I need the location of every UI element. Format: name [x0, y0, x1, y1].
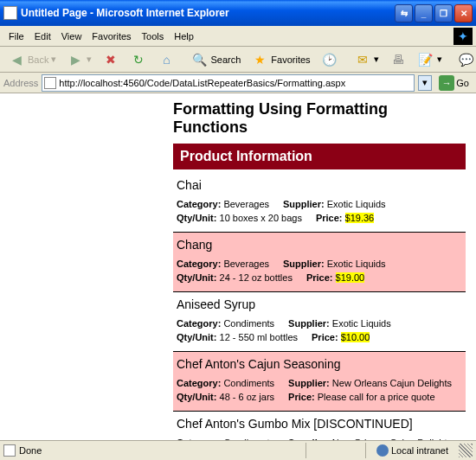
restore-button[interactable]: ❐ — [434, 4, 453, 22]
qtyunit-label: Qty/Unit: — [177, 392, 216, 402]
product-name: Chang — [177, 238, 462, 252]
security-zone: Local intranet — [370, 444, 455, 457]
product-item: Aniseed SyrupCategory: CondimentsSupplie… — [173, 292, 466, 352]
mail-button[interactable]: ✉▾ — [350, 48, 383, 71]
qtyunit-label: Qty/Unit: — [177, 332, 216, 342]
price-value: $19.00 — [336, 272, 365, 283]
section-header: Product Information — [173, 144, 466, 169]
minimize-button[interactable]: _ — [415, 4, 433, 22]
go-icon: → — [439, 75, 454, 91]
category-value: Condiments — [223, 318, 274, 329]
price-value: $19.36 — [345, 213, 375, 223]
window-title: Untitled Page - Microsoft Internet Explo… — [21, 7, 395, 19]
menu-help[interactable]: Help — [169, 29, 199, 43]
category-value: Beverages — [223, 199, 269, 209]
discuss-button[interactable]: 💬 — [453, 48, 476, 71]
supplier-value: New Orleans Cajun Delights — [332, 438, 452, 440]
back-button[interactable]: ◀Back▾ — [3, 48, 61, 71]
category-value: Beverages — [223, 259, 269, 269]
mail-icon: ✉ — [354, 51, 371, 68]
zone-label: Local intranet — [391, 445, 448, 456]
address-label: Address — [3, 78, 38, 88]
menu-view[interactable]: View — [56, 29, 87, 43]
stop-button[interactable]: ✖ — [98, 48, 124, 71]
sync-button[interactable]: ⇆ — [395, 4, 413, 22]
toolbar: ◀Back▾ ▶▾ ✖ ↻ ⌂ 🔍Search ★Favorites 🕑 ✉▾ … — [0, 47, 476, 73]
category-label: Category: — [177, 199, 221, 209]
category-label: Category: — [177, 259, 221, 269]
zone-icon — [376, 444, 389, 457]
supplier-label: Supplier: — [288, 438, 330, 440]
product-item: Chef Anton's Cajun SeasoningCategory: Co… — [173, 352, 466, 412]
refresh-button[interactable]: ↻ — [125, 48, 151, 71]
home-button[interactable]: ⌂ — [153, 48, 179, 71]
back-icon: ◀ — [8, 51, 25, 68]
supplier-label: Supplier: — [283, 259, 325, 269]
status-text: Done — [19, 445, 302, 456]
address-bar: Address http://localhost:4560/Code/DataL… — [0, 73, 476, 93]
product-name: Chef Anton's Gumbo Mix [DISCONTINUED] — [177, 417, 462, 431]
supplier-value: Exotic Liquids — [327, 259, 386, 269]
supplier-label: Supplier: — [288, 318, 330, 329]
search-button[interactable]: 🔍Search — [186, 48, 245, 71]
status-icon — [3, 444, 16, 457]
menu-tools[interactable]: Tools — [137, 29, 170, 43]
go-button[interactable]: →Go — [435, 75, 473, 91]
resize-grip[interactable] — [459, 444, 473, 457]
category-value: Condiments — [223, 438, 274, 440]
supplier-value: Exotic Liquids — [327, 199, 386, 209]
category-value: Condiments — [223, 378, 274, 388]
menu-file[interactable]: File — [3, 29, 29, 43]
supplier-value: Exotic Liquids — [332, 318, 391, 329]
product-item: Chef Anton's Gumbo Mix [DISCONTINUED]Cat… — [173, 412, 466, 440]
history-icon: 🕑 — [321, 51, 338, 68]
qtyunit-value: 24 - 12 oz bottles — [220, 272, 293, 283]
qtyunit-value: 12 - 550 ml bottles — [220, 332, 299, 342]
supplier-label: Supplier: — [283, 199, 325, 209]
price-value: Please call for a price quote — [318, 392, 435, 402]
content-area[interactable]: Formatting Using Formatting Functions Pr… — [0, 93, 476, 440]
menu-favorites[interactable]: Favorites — [87, 29, 136, 43]
history-button[interactable]: 🕑 — [317, 48, 343, 71]
qtyunit-label: Qty/Unit: — [177, 213, 216, 223]
close-button[interactable]: ✕ — [454, 4, 473, 22]
address-dropdown[interactable]: ▾ — [418, 75, 432, 91]
home-icon: ⌂ — [158, 51, 175, 68]
qtyunit-value: 10 boxes x 20 bags — [220, 213, 302, 223]
category-label: Category: — [177, 438, 221, 440]
edit-button[interactable]: 📝▾ — [413, 48, 447, 71]
edit-icon: 📝 — [417, 51, 434, 68]
price-label: Price: — [306, 272, 333, 283]
qtyunit-value: 48 - 6 oz jars — [220, 392, 275, 402]
price-value: $10.00 — [341, 332, 370, 342]
category-label: Category: — [177, 378, 221, 388]
statusbar: Done Local intranet — [0, 440, 476, 460]
qtyunit-label: Qty/Unit: — [177, 272, 216, 283]
app-icon — [3, 6, 17, 20]
refresh-icon: ↻ — [130, 51, 147, 68]
print-button[interactable]: 🖶 — [385, 48, 411, 71]
price-label: Price: — [288, 392, 315, 402]
product-item: ChaiCategory: BeveragesSupplier: Exotic … — [173, 173, 466, 233]
stop-icon: ✖ — [102, 51, 119, 68]
search-icon: 🔍 — [190, 51, 208, 68]
forward-button[interactable]: ▶▾ — [62, 48, 96, 71]
favorites-button[interactable]: ★Favorites — [247, 48, 314, 71]
price-label: Price: — [312, 332, 338, 342]
supplier-label: Supplier: — [288, 378, 330, 388]
ie-logo: ✦ — [453, 28, 473, 45]
menu-edit[interactable]: Edit — [29, 29, 56, 43]
page-icon — [44, 77, 56, 89]
chevron-down-icon: ▾ — [437, 54, 442, 65]
supplier-value: New Orleans Cajun Delights — [332, 378, 452, 388]
menubar: File Edit View Favorites Tools Help ✦ — [0, 26, 476, 47]
chevron-down-icon: ▾ — [374, 54, 379, 65]
chevron-down-icon: ▾ — [51, 54, 56, 65]
address-field[interactable]: http://localhost:4560/Code/DataListRepea… — [42, 74, 415, 92]
page-title: Formatting Using Formatting Functions — [173, 100, 466, 137]
discuss-icon: 💬 — [458, 51, 475, 68]
address-url: http://localhost:4560/Code/DataListRepea… — [59, 78, 412, 88]
forward-icon: ▶ — [67, 51, 84, 68]
chevron-down-icon: ▾ — [422, 77, 428, 88]
chevron-down-icon: ▾ — [87, 54, 92, 65]
